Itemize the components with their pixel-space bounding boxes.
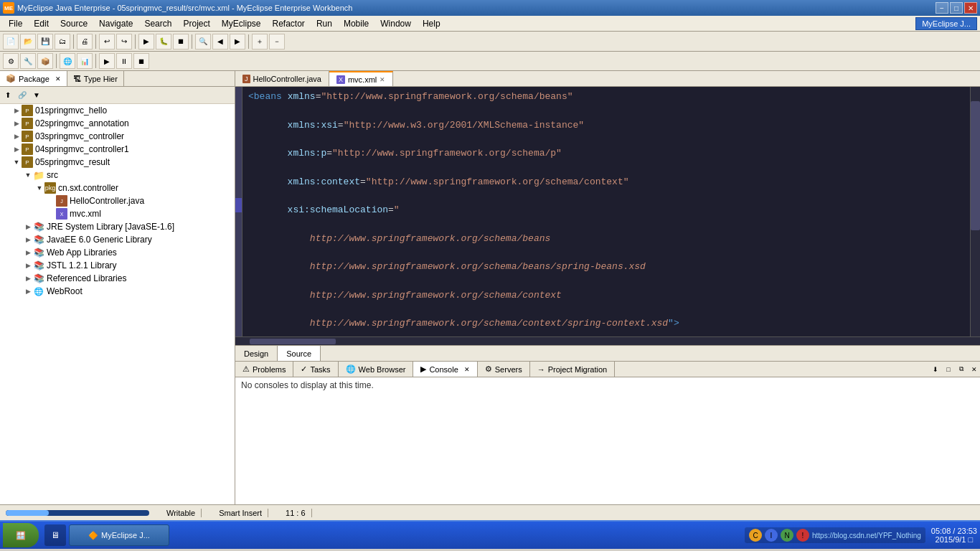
menu-run[interactable]: Run xyxy=(311,17,338,30)
print-button[interactable]: 🖨 xyxy=(77,34,93,50)
taskbar-icon-3: N xyxy=(781,529,793,542)
search-button[interactable]: 🔍 xyxy=(195,34,211,50)
maximize-panel-button[interactable]: □ xyxy=(943,364,954,375)
menu-source[interactable]: Source xyxy=(55,17,93,30)
show-desktop-button[interactable]: 🖥 xyxy=(44,524,66,546)
toolbar2-btn2[interactable]: 🔧 xyxy=(20,53,36,69)
myeclipse-perspective-button[interactable]: MyEclipse J... xyxy=(915,17,977,30)
tree-item-webroot[interactable]: ▶ 🌐 WebRoot xyxy=(0,285,235,298)
toolbar2-btn3[interactable]: 📦 xyxy=(37,53,53,69)
progress-fill xyxy=(6,510,49,516)
stop-button[interactable]: ⏹ xyxy=(173,34,189,50)
editor-vscrollbar[interactable] xyxy=(970,87,980,336)
menu-window[interactable]: Window xyxy=(374,17,417,30)
taskbar-icon-4: ! xyxy=(796,529,809,542)
tree-item-03springmvc[interactable]: ▶ P 03springmvc_controller xyxy=(0,130,235,143)
link-editor-button[interactable]: 🔗 xyxy=(16,89,29,102)
tree-item-05springmvc[interactable]: ▼ P 05springmvc_result xyxy=(0,156,235,169)
tree-item-referenced[interactable]: ▶ 📚 Referenced Libraries xyxy=(0,272,235,285)
zoom-in-button[interactable]: ＋ xyxy=(252,34,268,50)
type-hier-icon: 🏗 xyxy=(73,75,81,83)
save-all-button[interactable]: 🗂 xyxy=(55,34,70,50)
redo-button[interactable]: ↪ xyxy=(116,34,132,50)
console-tab-close[interactable]: ✕ xyxy=(464,366,470,373)
tab-mvcxml[interactable]: X mvc.xml ✕ xyxy=(329,71,393,86)
close-button[interactable]: ✕ xyxy=(964,2,977,14)
debug-button[interactable]: 🐛 xyxy=(156,34,171,50)
tab-project-migration[interactable]: → Project Migration xyxy=(530,362,616,377)
tab-tasks[interactable]: ✓ Tasks xyxy=(293,362,338,377)
maximize-button[interactable]: □ xyxy=(950,2,963,14)
tree-item-hellocontroller[interactable]: J HelloController.java xyxy=(0,194,235,207)
run-button[interactable]: ▶ xyxy=(138,34,154,50)
menu-search[interactable]: Search xyxy=(138,17,177,30)
label-cn-sxt: cn.sxt.controller xyxy=(58,183,118,193)
writable-status: Writable xyxy=(161,509,202,517)
console-label: Console xyxy=(429,365,458,374)
panel-menu-button[interactable]: ▼ xyxy=(30,89,43,102)
close-panel-button[interactable]: ✕ xyxy=(969,364,980,375)
label-webapp: Web App Libraries xyxy=(47,248,117,258)
tab-console[interactable]: ▶ Console ✕ xyxy=(413,362,477,377)
toolbar2-btn4[interactable]: 🌐 xyxy=(60,53,75,69)
menu-mobile[interactable]: Mobile xyxy=(338,17,374,30)
tab-package[interactable]: 📦 Package ✕ xyxy=(0,71,67,86)
editor-content[interactable]: <beans xmlns="http://www.springframework… xyxy=(242,87,970,336)
label-02springmvc: 02springmvc_annotation xyxy=(35,118,129,128)
minimize-panel-button[interactable]: ⬇ xyxy=(930,364,941,375)
tree-item-cn-sxt[interactable]: ▼ pkg cn.sxt.controller xyxy=(0,182,235,194)
tree-item-webapp[interactable]: ▶ 📚 Web App Libraries xyxy=(0,246,235,259)
toolbar-sep5 xyxy=(248,34,249,49)
folder-icon-src: 📁 xyxy=(33,169,44,181)
new-button[interactable]: 📄 xyxy=(3,34,19,50)
tab-hellocontroller[interactable]: J HelloController.java xyxy=(235,71,329,86)
tab-webbrowser[interactable]: 🌐 Web Browser xyxy=(339,362,414,377)
toolbar2-btn8[interactable]: ⏹ xyxy=(133,53,149,69)
menu-file[interactable]: File xyxy=(3,17,28,30)
tree-item-mvcxml[interactable]: X mvc.xml xyxy=(0,207,235,220)
tab-source[interactable]: Source xyxy=(278,346,321,361)
tree-item-04springmvc[interactable]: ▶ P 04springmvc_controller1 xyxy=(0,143,235,156)
menu-edit[interactable]: Edit xyxy=(28,17,55,30)
migration-icon: → xyxy=(537,365,545,374)
menu-project[interactable]: Project xyxy=(177,17,215,30)
toolbar2-btn7[interactable]: ⏸ xyxy=(116,53,132,69)
menu-help[interactable]: Help xyxy=(417,17,446,30)
tab-servers[interactable]: ⚙ Servers xyxy=(478,362,530,377)
tree-item-jre[interactable]: ▶ 📚 JRE System Library [JavaSE-1.6] xyxy=(0,220,235,233)
hellocontroller-tab-label: HelloController.java xyxy=(253,75,321,83)
mvcxml-tab-close[interactable]: ✕ xyxy=(380,76,385,83)
tree-item-01springmvc[interactable]: ▶ P 01springmvc_hello xyxy=(0,104,235,117)
save-button[interactable]: 💾 xyxy=(37,34,53,50)
zoom-out-button[interactable]: － xyxy=(269,34,285,50)
toolbar2-btn6[interactable]: ▶ xyxy=(99,53,115,69)
toolbar2-btn5[interactable]: 📊 xyxy=(77,53,93,69)
editor-gutter xyxy=(235,87,242,336)
minimize-button[interactable]: − xyxy=(936,2,948,14)
editor-hscrollbar[interactable] xyxy=(235,336,980,345)
mvcxml-tab-label: mvc.xml xyxy=(348,75,377,84)
collapse-all-button[interactable]: ⬆ xyxy=(1,89,14,102)
restore-panel-button[interactable]: ⧉ xyxy=(956,364,967,375)
tree-item-jstl[interactable]: ▶ 📚 JSTL 1.2.1 Library xyxy=(0,259,235,272)
menu-refactor[interactable]: Refactor xyxy=(267,17,311,30)
taskbar-time: 05:08 / 23:53 xyxy=(931,527,977,535)
previous-button[interactable]: ◀ xyxy=(212,34,228,50)
toolbar2-btn1[interactable]: ⚙ xyxy=(3,53,19,69)
tab-type-hier[interactable]: 🏗 Type Hier xyxy=(67,71,124,86)
package-tab-close[interactable]: ✕ xyxy=(55,75,61,83)
start-button[interactable]: 🪟 xyxy=(3,523,39,547)
tab-problems[interactable]: ⚠ Problems xyxy=(235,362,293,377)
myeclipse-taskbar-icon: 🔶 xyxy=(88,531,98,540)
tree-item-src[interactable]: ▼ 📁 src xyxy=(0,169,235,182)
toolbar-sep1 xyxy=(73,34,74,49)
tab-design[interactable]: Design xyxy=(235,346,278,361)
taskbar-myeclipse-button[interactable]: 🔶 MyEclipse J... xyxy=(69,524,169,546)
menu-navigate[interactable]: Navigate xyxy=(93,17,138,30)
tree-item-javaee[interactable]: ▶ 📚 JavaEE 6.0 Generic Library xyxy=(0,233,235,246)
tree-item-02springmvc[interactable]: ▶ P 02springmvc_annotation xyxy=(0,117,235,130)
menu-myeclipse[interactable]: MyEclipse xyxy=(216,17,267,30)
open-button[interactable]: 📂 xyxy=(20,34,36,50)
undo-button[interactable]: ↩ xyxy=(99,34,115,50)
next-button[interactable]: ▶ xyxy=(230,34,245,50)
